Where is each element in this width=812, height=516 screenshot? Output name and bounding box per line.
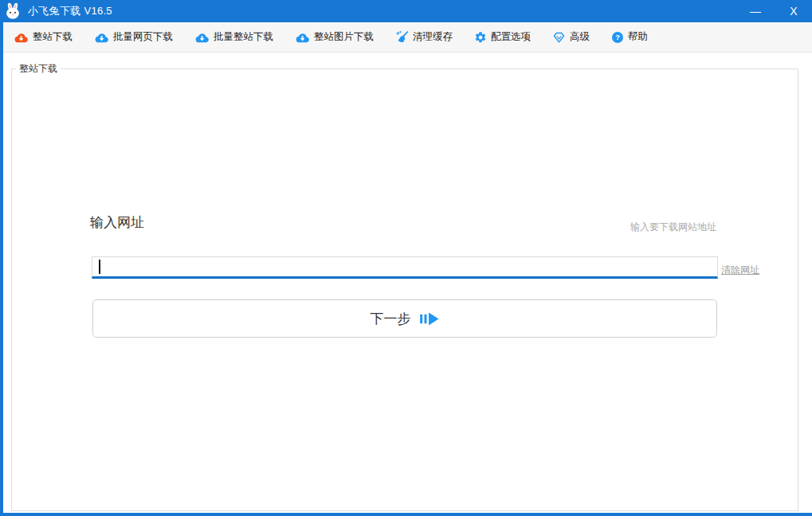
toolbar-item-help[interactable]: ? 帮助: [611, 30, 648, 44]
question-icon: ?: [611, 31, 624, 44]
toolbar-item-label: 高级: [570, 30, 590, 44]
toolbar-item-label: 配置选项: [491, 30, 531, 44]
cloud-download-icon: [295, 32, 310, 43]
main-area: 整站下载 输入网址 输入要下载网站地址 清除网址 下一步: [3, 53, 812, 513]
minimize-button[interactable]: —: [748, 0, 763, 22]
next-step-button-label: 下一步: [371, 310, 411, 328]
toolbar-item-whole-site-download[interactable]: 整站下载: [14, 30, 73, 44]
toolbar-item-label: 清理缓存: [413, 30, 453, 44]
toolbar-item-batch-webpage-download[interactable]: 批量网页下载: [94, 30, 173, 44]
toolbar-item-label: 批量网页下载: [113, 30, 173, 44]
next-step-button[interactable]: 下一步: [92, 299, 717, 338]
toolbar-item-config-options[interactable]: 配置选项: [474, 30, 531, 44]
window-title: 小飞兔下载 V16.5: [28, 4, 112, 18]
panel-legend: 整站下载: [16, 62, 61, 76]
toolbar-item-clear-cache[interactable]: 清理缓存: [395, 30, 453, 44]
toolbar-item-advanced[interactable]: 高级: [552, 30, 590, 44]
cloud-download-icon: [194, 32, 210, 43]
url-input[interactable]: [92, 257, 717, 276]
toolbar-item-label: 批量整站下载: [214, 30, 273, 44]
toolbar: 整站下载 批量网页下载 批量整站下载: [3, 22, 812, 53]
fast-forward-arrow-icon: [420, 311, 440, 326]
close-button[interactable]: X: [787, 0, 801, 22]
cloud-download-icon: [94, 32, 109, 43]
svg-text:?: ?: [615, 33, 620, 41]
app-window: 整站下载 批量网页下载 批量整站下载: [0, 22, 812, 516]
url-input-wrapper: [92, 256, 718, 279]
url-input-label: 输入网址: [90, 213, 144, 232]
cloud-download-icon: [14, 32, 29, 43]
titlebar: 小飞兔下载 V16.5 — X: [0, 0, 812, 22]
broom-icon: [395, 30, 409, 44]
text-caret: [99, 260, 100, 274]
toolbar-item-label: 整站下载: [33, 30, 73, 44]
toolbar-item-site-image-download[interactable]: 整站图片下载: [295, 30, 374, 44]
diamond-icon: [552, 30, 566, 44]
clear-url-link[interactable]: 清除网址: [721, 264, 759, 277]
toolbar-item-label: 帮助: [628, 30, 648, 44]
gear-icon: [474, 31, 487, 44]
url-input-hint: 输入要下载网站地址: [630, 221, 716, 234]
toolbar-item-label: 整站图片下载: [314, 30, 374, 44]
toolbar-item-batch-site-download[interactable]: 批量整站下载: [194, 30, 273, 44]
whole-site-download-panel: 整站下载 输入网址 输入要下载网站地址 清除网址 下一步: [11, 68, 798, 511]
rabbit-app-icon: [4, 2, 22, 20]
